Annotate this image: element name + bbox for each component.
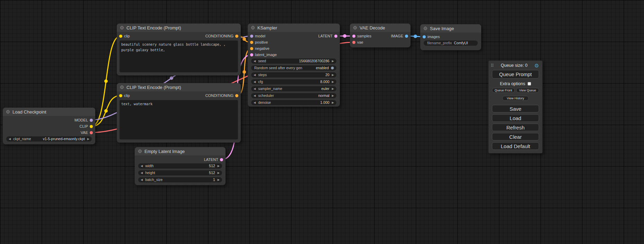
node-graph-canvas[interactable]: Load Checkpoint MODEL CLIP VAE (0, 0, 644, 244)
collapse-dot-icon[interactable] (353, 26, 357, 29)
node-empty-latent-image[interactable]: Empty Latent Image LATENT ◀ width 512 ▶ … (135, 147, 226, 185)
node-ksampler[interactable]: KSampler model LATENT positive (248, 24, 340, 107)
vae-slot-dot[interactable] (352, 41, 355, 44)
extra-options-checkbox[interactable] (528, 82, 531, 85)
view-queue-button[interactable]: View Queue (516, 88, 539, 93)
node-title-bar[interactable]: Load Checkpoint (3, 108, 95, 116)
node-title-bar[interactable]: VAE Decode (350, 24, 411, 32)
save-button[interactable]: Save (492, 105, 539, 112)
queue-front-button[interactable]: Queue Front (492, 88, 515, 93)
prev-value-icon[interactable]: ◀ (254, 88, 256, 90)
increment-icon[interactable]: ▶ (332, 60, 334, 63)
increment-icon[interactable]: ▶ (332, 81, 334, 83)
next-value-icon[interactable]: ▶ (332, 94, 334, 97)
latent-slot-dot[interactable] (250, 53, 253, 56)
increment-icon[interactable]: ▶ (332, 101, 334, 104)
next-value-icon[interactable]: ▶ (87, 138, 89, 141)
clip-slot-dot[interactable] (90, 125, 93, 128)
latent-slot-dot[interactable] (352, 35, 355, 38)
output-slot-vae[interactable]: VAE (81, 131, 93, 135)
output-slot-conditioning[interactable]: CONDITIONING (205, 94, 238, 98)
node-clip-text-encode-positive[interactable]: CLIP Text Encode (Prompt) clip CONDITION… (117, 24, 241, 75)
output-slot-model[interactable]: MODEL (74, 118, 93, 122)
increment-icon[interactable]: ▶ (218, 179, 220, 181)
input-slot-vae[interactable]: vae (352, 40, 363, 44)
decrement-icon[interactable]: ◀ (141, 179, 143, 181)
widget-sampler-name[interactable]: ◀ sampler_name euler ▶ (251, 86, 336, 91)
queue-prompt-button[interactable]: Queue Prompt (492, 70, 539, 79)
model-slot-dot[interactable] (90, 119, 93, 122)
node-save-image[interactable]: Save Image images filename_prefix ComfyU… (420, 24, 481, 50)
widget-steps[interactable]: ◀ steps 20 ▶ (251, 72, 336, 78)
output-slot-image[interactable]: IMAGE (391, 34, 408, 38)
clip-slot-dot[interactable] (119, 35, 122, 38)
widget-width[interactable]: ◀ width 512 ▶ (138, 163, 222, 169)
widget-ckpt-name[interactable]: ◀ ckpt_name v1-5-pruned-emaonly.ckpt ▶ (6, 136, 92, 142)
widget-height[interactable]: ◀ height 512 ▶ (138, 170, 222, 175)
output-slot-latent[interactable]: LATENT (204, 158, 223, 162)
node-title-bar[interactable]: Empty Latent Image (135, 147, 226, 155)
settings-gear-icon[interactable]: ⚙ (535, 63, 539, 68)
output-slot-conditioning[interactable]: CONDITIONING (205, 34, 238, 38)
toggle-knob-icon[interactable] (331, 66, 334, 70)
conditioning-slot-dot[interactable] (235, 35, 238, 38)
increment-icon[interactable]: ▶ (332, 74, 334, 76)
node-load-checkpoint[interactable]: Load Checkpoint MODEL CLIP VAE (3, 108, 95, 144)
prev-value-icon[interactable]: ◀ (9, 138, 11, 141)
load-default-button[interactable]: Load Default (492, 142, 539, 150)
widget-denoise[interactable]: ◀ denoise 1.000 ▶ (251, 100, 336, 105)
output-slot-latent[interactable]: LATENT (318, 34, 337, 38)
input-slot-clip[interactable]: clip (119, 94, 130, 98)
input-slot-positive[interactable]: positive (250, 40, 268, 44)
image-slot-dot[interactable] (405, 35, 408, 38)
output-slot-clip[interactable]: CLIP (80, 125, 93, 128)
widget-scheduler[interactable]: ◀ scheduler normal ▶ (251, 93, 336, 98)
collapse-dot-icon[interactable] (424, 27, 427, 30)
drag-handle-icon[interactable]: ⠿ (491, 63, 494, 68)
increment-icon[interactable]: ▶ (218, 172, 220, 174)
collapse-dot-icon[interactable] (120, 85, 124, 89)
negative-prompt-text[interactable]: text, watermark (120, 100, 238, 139)
input-slot-model[interactable]: model (250, 34, 265, 38)
input-slot-images[interactable]: images (423, 35, 440, 39)
refresh-button[interactable]: Refresh (492, 124, 539, 131)
node-title-bar[interactable]: CLIP Text Encode (Prompt) (117, 83, 241, 91)
node-title-bar[interactable]: KSampler (248, 24, 340, 32)
input-slot-samples[interactable]: samples (352, 34, 371, 38)
load-button[interactable]: Load (492, 114, 539, 122)
widget-seed[interactable]: ◀ seed 156680208700286 ▶ (251, 58, 336, 64)
latent-slot-dot[interactable] (220, 158, 223, 161)
node-vae-decode[interactable]: VAE Decode samples IMAGE vae (350, 24, 411, 47)
widget-filename-prefix[interactable]: filename_prefix ComfyUI (424, 40, 478, 46)
vae-slot-dot[interactable] (90, 131, 93, 134)
input-slot-negative[interactable]: negative (250, 47, 270, 51)
widget-random-seed-toggle[interactable]: Random seed after every gen enabled (251, 65, 336, 71)
view-history-button[interactable]: View History (502, 96, 529, 101)
widget-batch-size[interactable]: ◀ batch_size 1 ▶ (138, 177, 222, 182)
positive-prompt-text[interactable]: beautiful scenery nature glass bottle la… (120, 40, 238, 72)
clip-slot-dot[interactable] (119, 94, 122, 97)
image-slot-dot[interactable] (423, 35, 426, 38)
decrement-icon[interactable]: ◀ (141, 165, 143, 168)
collapse-dot-icon[interactable] (138, 150, 142, 153)
decrement-icon[interactable]: ◀ (254, 81, 256, 83)
input-slot-clip[interactable]: clip (119, 34, 130, 38)
next-value-icon[interactable]: ▶ (332, 88, 334, 90)
conditioning-slot-dot[interactable] (235, 94, 238, 97)
decrement-icon[interactable]: ◀ (254, 60, 256, 63)
node-title-bar[interactable]: CLIP Text Encode (Prompt) (117, 24, 241, 32)
model-slot-dot[interactable] (250, 35, 253, 38)
collapse-dot-icon[interactable] (120, 26, 124, 29)
latent-slot-dot[interactable] (334, 35, 337, 38)
node-title-bar[interactable]: Save Image (420, 24, 481, 33)
collapse-dot-icon[interactable] (251, 26, 255, 29)
decrement-icon[interactable]: ◀ (254, 101, 256, 104)
decrement-icon[interactable]: ◀ (141, 172, 143, 174)
prev-value-icon[interactable]: ◀ (254, 94, 256, 97)
input-slot-latent-image[interactable]: latent_image (250, 53, 277, 57)
node-clip-text-encode-negative[interactable]: CLIP Text Encode (Prompt) clip CONDITION… (117, 83, 241, 143)
widget-cfg[interactable]: ◀ cfg 8.000 ▶ (251, 79, 336, 84)
collapse-dot-icon[interactable] (6, 110, 10, 114)
conditioning-slot-dot[interactable] (250, 41, 253, 44)
increment-icon[interactable]: ▶ (218, 165, 220, 168)
